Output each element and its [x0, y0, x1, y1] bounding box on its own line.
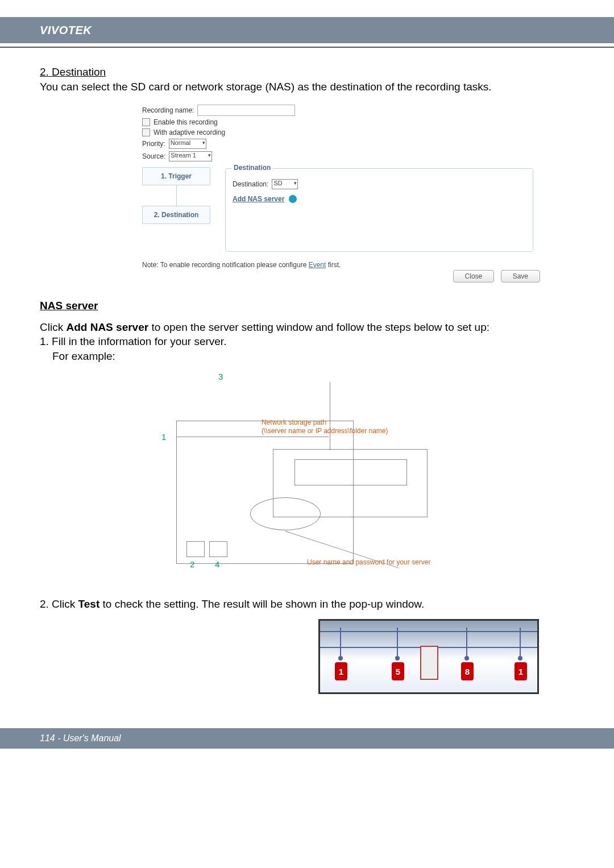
callout-num-1: 1 [161, 432, 166, 442]
nas-intro: Click Add NAS server to open the server … [40, 320, 574, 335]
callout-label-path2: (\\server name or IP address\folder name… [262, 427, 388, 435]
wizard-step-destination[interactable]: 2. Destination [142, 206, 210, 224]
recording-settings-screenshot: Recording name: Enable this recording Wi… [142, 105, 540, 283]
camera-icon: 8 [461, 662, 474, 680]
priority-select[interactable]: Normal [169, 139, 206, 149]
nas-step2: 2. Click Test to check the setting. The … [40, 597, 574, 612]
add-nas-server-link[interactable]: Add NAS server [233, 195, 284, 203]
source-select[interactable]: Stream 1 [169, 151, 212, 161]
brand-label: VIVOTEK [40, 24, 92, 37]
section-heading: 2. Destination [40, 66, 574, 78]
destination-fieldset: Destination Destination: SD Add NAS serv… [225, 168, 533, 252]
destination-legend: Destination [231, 164, 273, 172]
destination-select[interactable]: SD [272, 179, 298, 189]
callout-label-path1: Network storage path [262, 418, 326, 426]
footer-text: 114 - User's Manual [40, 733, 121, 744]
enable-recording-label: Enable this recording [154, 118, 218, 126]
page-header: VIVOTEK [0, 17, 614, 43]
callout-label-creds: User name and password for your server [307, 558, 430, 566]
priority-label: Priority: [142, 140, 165, 148]
adaptive-recording-checkbox[interactable] [142, 128, 150, 136]
wizard-steps: 1. Trigger 2. Destination [142, 167, 210, 224]
nas-callout-diagram: 3 1 2 4 Network storage path (\\server n… [154, 375, 551, 580]
header-rule [0, 47, 614, 48]
recording-note: Note: To enable recording notification p… [142, 261, 540, 269]
callout-num-3: 3 [218, 372, 223, 381]
camera-icon: 1 [515, 662, 527, 680]
section-intro: You can select the SD card or network st… [40, 80, 574, 94]
camera-icon: 5 [392, 662, 404, 680]
page-footer: 114 - User's Manual [0, 728, 614, 749]
save-button[interactable]: Save [501, 270, 540, 283]
nas-card-icon [420, 646, 438, 680]
nas-step1: 1. Fill in the information for your serv… [40, 334, 574, 349]
recording-name-label: Recording name: [142, 106, 194, 114]
close-button[interactable]: Close [453, 270, 495, 283]
source-label: Source: [142, 152, 165, 160]
nas-example: For example: [40, 349, 574, 364]
callout-num-2: 2 [190, 559, 194, 569]
destination-label: Destination: [233, 180, 268, 188]
help-icon[interactable] [289, 195, 297, 203]
wizard-step-trigger[interactable]: 1. Trigger [142, 167, 210, 185]
callout-num-4: 4 [215, 559, 219, 569]
lan-topology-image: 1 5 8 1 [318, 619, 539, 694]
nas-heading: NAS server [40, 300, 574, 312]
enable-recording-checkbox[interactable] [142, 118, 150, 126]
event-link[interactable]: Event [309, 261, 326, 269]
adaptive-recording-label: With adaptive recording [154, 128, 225, 136]
camera-icon: 1 [335, 662, 347, 680]
recording-name-input[interactable] [197, 105, 295, 116]
